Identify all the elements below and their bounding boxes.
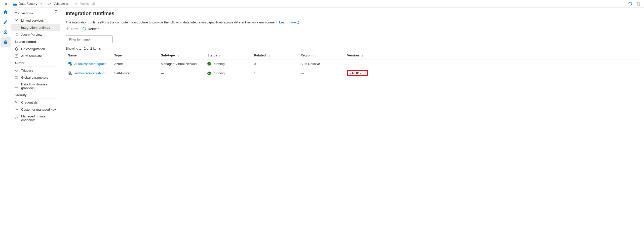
validate-all-button[interactable]: Validate all — [48, 2, 69, 6]
rail-expand-button[interactable] — [0, 1, 11, 7]
refresh-top-icon[interactable] — [628, 2, 632, 6]
col-region[interactable]: Region↑↓ — [298, 51, 345, 59]
rail-monitor[interactable] — [1, 27, 11, 37]
sidebar-item-cmk[interactable]: Customer managed key — [11, 106, 60, 113]
svg-point-12 — [16, 34, 17, 35]
sort-icon[interactable]: ↑↓ — [267, 54, 270, 57]
param-icon: @ — [15, 75, 19, 79]
check-icon — [48, 2, 52, 6]
page-description: The integration runtime (IR) is the comp… — [66, 20, 638, 24]
heading-author: Author — [11, 59, 60, 66]
svg-rect-6 — [13, 4, 17, 6]
brand-selector[interactable]: Data Factory — [13, 2, 43, 6]
runtime-name-link[interactable]: AutoResolveIntegrationR... — [74, 62, 110, 66]
cell-type: Self-Hosted — [112, 68, 159, 78]
svg-rect-24 — [69, 73, 70, 73]
cell-subtype: Managed Virtual Network — [159, 59, 205, 68]
sidebar-item-integration-runtimes[interactable]: Integration runtimes — [11, 24, 60, 31]
col-related[interactable]: Related↑↓ — [252, 51, 298, 59]
svg-rect-4 — [5, 41, 6, 41]
publish-label: Publish all — [80, 2, 95, 6]
sort-icon[interactable]: ↑↓ — [360, 54, 363, 57]
cell-status: Running — [207, 71, 250, 75]
runtime-name-link[interactable]: selfhostedintegrationrun... — [74, 71, 110, 75]
sidebar-item-triggers[interactable]: Triggers — [11, 67, 60, 74]
sidebar-label: Credentials — [21, 101, 38, 104]
heading-security: Security — [11, 91, 60, 98]
svg-rect-23 — [69, 72, 70, 73]
git-icon — [15, 47, 19, 51]
main-content: Integration runtimes The integration run… — [60, 8, 644, 226]
chevron-down-icon — [39, 2, 43, 6]
svg-rect-16 — [15, 85, 16, 87]
sidebar-item-git-config[interactable]: Git configuration — [11, 45, 60, 52]
svg-rect-3 — [4, 41, 7, 44]
sidebar-label: Integration runtimes — [21, 26, 50, 29]
col-version[interactable]: Version↑↓ — [345, 51, 638, 59]
runtime-icon — [15, 25, 19, 29]
sort-icon[interactable]: ↑↓ — [313, 54, 316, 57]
heading-source-control: Source control — [11, 38, 60, 45]
heading-connections: Connections — [11, 10, 60, 16]
table-row: selfhostedintegrationrun... Self-Hosted … — [66, 68, 638, 78]
upload-icon — [74, 2, 78, 6]
status-ok-icon — [207, 72, 211, 75]
sidebar-collapse-button[interactable] — [54, 9, 58, 14]
refresh-icon — [82, 27, 86, 31]
sidebar-label: Customer managed key — [21, 108, 56, 111]
new-button[interactable]: New — [66, 27, 78, 31]
sidebar-item-dataflow-libs[interactable]: Data flow libraries (preview) — [11, 81, 60, 91]
filter-box[interactable] — [66, 36, 112, 43]
sort-icon[interactable]: ↑↓ — [78, 54, 81, 57]
svg-rect-5 — [4, 42, 6, 42]
svg-rect-17 — [16, 85, 17, 87]
col-subtype[interactable]: Sub-type↑↓ — [159, 51, 205, 59]
sidebar-item-global-parameters[interactable]: @ Global parameters — [11, 74, 60, 81]
cell-status: Running — [207, 62, 250, 66]
runtimes-table: Name↑↓ Type↑↓ Sub-type↑↓ Status↑↓ Relate… — [66, 51, 638, 78]
cell-version: --- — [345, 59, 638, 68]
cell-type: Azure — [112, 59, 159, 68]
sidebar-item-linked-services[interactable]: Linked services — [11, 17, 60, 24]
factory-icon — [13, 2, 17, 6]
cell-related[interactable]: 1 — [252, 68, 298, 78]
refresh-label: Refresh — [88, 27, 99, 31]
sidebar-label: Azure Purview — [21, 33, 42, 37]
filter-input[interactable] — [69, 38, 111, 41]
publish-all-button[interactable]: Publish all — [74, 2, 95, 6]
manage-sidebar: Connections Linked services Integration … — [11, 8, 60, 226]
bolt-icon — [15, 68, 19, 72]
page-title: Integration runtimes — [66, 11, 638, 16]
sidebar-label: Triggers — [21, 69, 33, 72]
cell-version: 5.16.8126.1 — [345, 68, 638, 78]
sidebar-label: Linked services — [21, 19, 44, 22]
plus-icon — [66, 27, 70, 31]
refresh-button[interactable]: Refresh — [82, 27, 99, 31]
item-count: Showing 1 - 2 of 2 items — [66, 47, 638, 50]
library-icon — [15, 84, 19, 88]
sidebar-item-arm-template[interactable]: ARM template — [11, 52, 60, 59]
rail-home[interactable] — [1, 7, 11, 17]
validate-label: Validate all — [53, 2, 69, 6]
sidebar-item-credentials[interactable]: Credentials — [11, 99, 60, 106]
feedback-icon[interactable] — [636, 2, 641, 6]
rail-manage[interactable] — [1, 37, 11, 47]
svg-rect-22 — [69, 72, 70, 72]
sidebar-label: Managed private endpoints — [21, 114, 58, 122]
sort-icon[interactable]: ↑↓ — [219, 54, 222, 57]
col-status[interactable]: Status↑↓ — [205, 51, 252, 59]
cell-region: --- — [298, 68, 345, 78]
learn-more-link[interactable]: Learn more — [279, 20, 299, 24]
svg-rect-13 — [15, 54, 18, 57]
svg-point-11 — [16, 28, 17, 29]
sidebar-item-mpe[interactable]: Managed private endpoints — [11, 113, 60, 123]
cloud-lock-icon — [15, 116, 19, 120]
col-name[interactable]: Name↑↓ — [66, 51, 112, 59]
credential-icon — [15, 100, 19, 104]
sort-icon[interactable]: ↑↓ — [123, 54, 126, 57]
sidebar-label: ARM template — [21, 54, 42, 58]
col-type[interactable]: Type↑↓ — [112, 51, 159, 59]
sort-icon[interactable]: ↑↓ — [176, 54, 179, 57]
rail-author[interactable] — [1, 17, 11, 27]
sidebar-item-azure-purview[interactable]: Azure Purview — [11, 31, 60, 38]
